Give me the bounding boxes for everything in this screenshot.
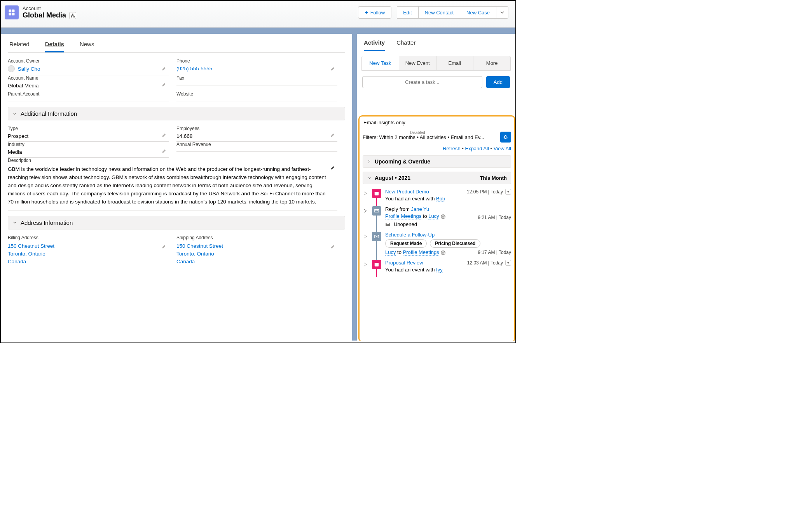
- timeline-item: Schedule a Follow-Up Request Made Pricin…: [363, 229, 511, 257]
- header-actions: + Follow Edit New Contact New Case: [358, 6, 508, 19]
- avatar-icon: [8, 65, 15, 72]
- svg-rect-2: [9, 13, 12, 16]
- svg-rect-8: [375, 192, 379, 193]
- from-link[interactable]: Lucy: [385, 249, 396, 256]
- timeline-item: Proposal Review You had an event with Iv…: [363, 257, 511, 275]
- view-all-link[interactable]: View All: [494, 146, 511, 151]
- field-label: Description: [8, 158, 337, 163]
- calendar-icon: [372, 260, 381, 269]
- activity-title[interactable]: Jane Yu: [411, 206, 429, 212]
- expand-item[interactable]: [363, 206, 368, 214]
- phone-value[interactable]: (925) 555-5555: [176, 64, 337, 74]
- activity-time: 9:17 AM | Today: [478, 250, 511, 255]
- field-label: Employees: [176, 126, 337, 131]
- filters-text: Filters: Within 2 months • All activitie…: [363, 134, 484, 140]
- edit-employees-icon[interactable]: [330, 132, 336, 139]
- edit-owner-icon[interactable]: [162, 66, 167, 72]
- field-label: Industry: [8, 142, 169, 147]
- group-upcoming[interactable]: Upcoming & Overdue: [363, 155, 511, 168]
- field-label: Parent Account: [8, 91, 169, 97]
- email-icon: [372, 232, 381, 241]
- refresh-link[interactable]: Refresh: [443, 146, 461, 151]
- insights-label: Email insights only: [363, 120, 405, 125]
- revenue-value: [176, 148, 337, 152]
- person-link[interactable]: Bob: [436, 196, 445, 202]
- tab-new-task[interactable]: New Task: [362, 56, 399, 70]
- plus-icon: +: [365, 9, 368, 16]
- field-label: Website: [176, 91, 337, 97]
- activity-time: 12:03 AM | Today: [467, 260, 503, 266]
- item-menu[interactable]: ▾: [505, 260, 511, 266]
- tab-new-event[interactable]: New Event: [399, 56, 436, 70]
- chip[interactable]: Pricing Discussed: [430, 239, 480, 248]
- section-address[interactable]: Address Information: [8, 216, 345, 229]
- filter-settings-button[interactable]: [500, 132, 511, 143]
- shipping-address[interactable]: 150 Chestnut Street Toronto, Ontario Can…: [176, 241, 337, 268]
- edit-industry-icon[interactable]: [162, 148, 167, 155]
- tab-activity[interactable]: Activity: [364, 39, 385, 51]
- follow-button[interactable]: + Follow: [358, 6, 391, 19]
- to-link[interactable]: Profile Meetings: [403, 249, 439, 256]
- page-header: Account Global Media + Follow Edit New C…: [1, 1, 515, 28]
- field-label: Shipping Address: [176, 235, 337, 240]
- timeline-connector: [376, 269, 377, 277]
- edit-shipping-icon[interactable]: [330, 243, 336, 250]
- group-month[interactable]: August • 2021 This Month: [363, 172, 511, 184]
- add-task-button[interactable]: Add: [486, 76, 510, 88]
- main-panel: Related Details News Account Owner Sally…: [1, 34, 352, 341]
- website-value: [176, 97, 337, 101]
- expand-item[interactable]: [363, 232, 368, 240]
- create-task-input[interactable]: [362, 76, 482, 88]
- edit-name-icon[interactable]: [162, 82, 167, 88]
- account-owner-value[interactable]: Sally Cho: [8, 64, 169, 75]
- globe-icon: [440, 213, 446, 219]
- page-title: Global Media: [23, 11, 66, 19]
- fax-value: [176, 82, 337, 85]
- edit-phone-icon[interactable]: [330, 66, 336, 72]
- to-link[interactable]: Lucy: [428, 213, 439, 219]
- activity-title[interactable]: Schedule a Follow-Up: [385, 232, 435, 238]
- tab-details[interactable]: Details: [45, 41, 64, 52]
- activity-title[interactable]: Proposal Review: [385, 260, 423, 266]
- tab-email[interactable]: Email: [436, 56, 474, 70]
- activity-title[interactable]: New Product Demo: [385, 189, 429, 195]
- from-link[interactable]: Profile Meetings: [385, 213, 421, 219]
- expand-item[interactable]: [363, 260, 368, 268]
- tab-more[interactable]: More: [473, 56, 510, 70]
- account-name-value: Global Media: [8, 82, 169, 91]
- edit-type-icon[interactable]: [162, 132, 167, 139]
- industry-value: Media: [8, 148, 169, 158]
- employees-value: 14,668: [176, 132, 337, 142]
- person-link[interactable]: Ivy: [436, 267, 443, 273]
- side-panel: Activity Chatter New Task New Event Emai…: [357, 34, 515, 341]
- section-additional[interactable]: Additional Information: [8, 107, 345, 120]
- chip[interactable]: Request Made: [385, 239, 427, 248]
- hierarchy-icon[interactable]: [69, 12, 76, 19]
- field-label: Fax: [176, 75, 337, 81]
- account-icon: [5, 5, 19, 19]
- expand-item[interactable]: [363, 189, 368, 196]
- decorative-band: [1, 28, 515, 34]
- more-actions-button[interactable]: [496, 6, 508, 19]
- new-contact-button[interactable]: New Contact: [419, 6, 460, 19]
- timeline-item: Reply from Jane Yu Profile Meetings to L…: [363, 204, 511, 229]
- expand-all-link[interactable]: Expand All: [465, 146, 489, 151]
- month-badge: This Month: [480, 175, 507, 181]
- billing-address[interactable]: 150 Chestnut Street Toronto, Ontario Can…: [8, 241, 169, 268]
- chevron-down-icon: [12, 111, 17, 116]
- item-menu[interactable]: ▾: [505, 189, 511, 195]
- tab-news[interactable]: News: [80, 41, 94, 52]
- edit-billing-icon[interactable]: [162, 243, 167, 250]
- edit-description-icon[interactable]: [330, 165, 336, 173]
- svg-rect-6: [73, 16, 75, 17]
- new-case-button[interactable]: New Case: [460, 6, 496, 19]
- chevron-down-icon: [12, 220, 17, 225]
- gear-icon: [503, 134, 509, 140]
- edit-button[interactable]: Edit: [397, 6, 418, 19]
- tab-chatter[interactable]: Chatter: [396, 39, 415, 51]
- timeline: New Product Demo You had an event with B…: [363, 186, 511, 275]
- tab-related[interactable]: Related: [9, 41, 30, 52]
- field-label: Account Name: [8, 75, 169, 81]
- toggle-state: Disabled: [410, 130, 425, 135]
- main-tabs: Related Details News: [8, 38, 345, 53]
